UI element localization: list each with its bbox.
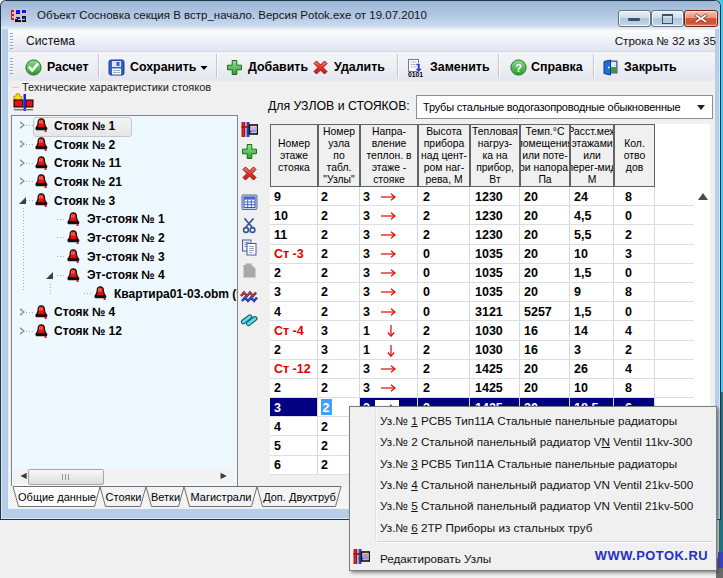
svg-text:0101: 0101	[408, 70, 423, 77]
svg-text:?: ?	[515, 61, 522, 73]
svg-text:Магистрали: Магистрали	[191, 491, 252, 503]
svg-text:Общие данные: Общие данные	[18, 491, 96, 503]
svg-text:Стояки: Стояки	[106, 491, 142, 503]
svg-text:Ветки: Ветки	[151, 491, 180, 503]
svg-text:Доп. Двухтруб: Доп. Двухтруб	[263, 491, 336, 503]
